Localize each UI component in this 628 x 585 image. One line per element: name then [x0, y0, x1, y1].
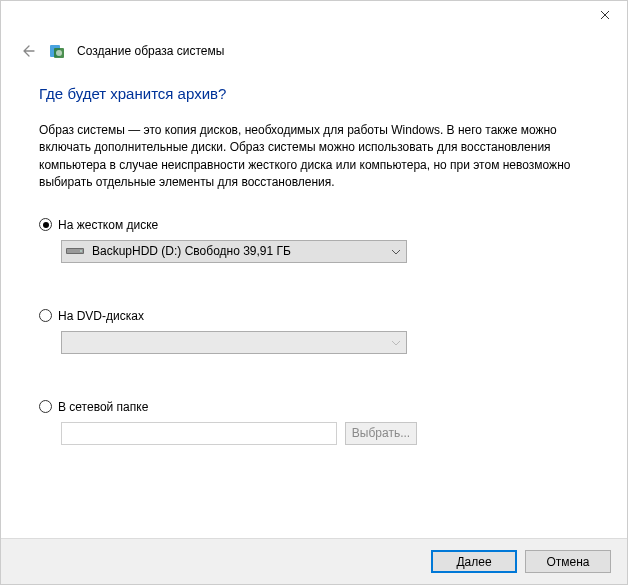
- back-button[interactable]: [17, 41, 37, 61]
- dvd-dropdown: [61, 331, 407, 354]
- radio-hdd[interactable]: [39, 218, 52, 231]
- window-title: Создание образа системы: [77, 44, 224, 58]
- page-description: Образ системы — это копия дисков, необхо…: [39, 122, 589, 192]
- hdd-dropdown-value: BackupHDD (D:) Свободно 39,91 ГБ: [92, 244, 291, 258]
- svg-point-5: [80, 250, 82, 252]
- radio-network[interactable]: [39, 400, 52, 413]
- back-arrow-icon: [18, 42, 36, 60]
- header: Создание образа системы: [1, 31, 627, 65]
- network-path-input[interactable]: [61, 422, 337, 445]
- browse-button: Выбрать...: [345, 422, 417, 445]
- option-hdd: На жестком диске BackupHDD (D:) Свободно…: [39, 218, 589, 263]
- option-dvd: На DVD-дисках: [39, 309, 589, 354]
- content-area: Где будет хранится архив? Образ системы …: [1, 65, 627, 445]
- cancel-button[interactable]: Отмена: [525, 550, 611, 573]
- footer: Далее Отмена: [1, 538, 627, 584]
- radio-dvd-label[interactable]: На DVD-дисках: [58, 309, 144, 323]
- close-icon: [600, 10, 610, 20]
- hdd-dropdown[interactable]: BackupHDD (D:) Свободно 39,91 ГБ: [61, 240, 407, 263]
- titlebar: [1, 1, 627, 31]
- svg-point-2: [56, 50, 62, 56]
- option-network: В сетевой папке Выбрать...: [39, 400, 589, 445]
- close-button[interactable]: [582, 1, 627, 29]
- page-heading: Где будет хранится архив?: [39, 85, 589, 102]
- chevron-down-icon: [392, 244, 400, 258]
- drive-icon: [66, 246, 86, 256]
- radio-dvd[interactable]: [39, 309, 52, 322]
- radio-network-label[interactable]: В сетевой папке: [58, 400, 148, 414]
- app-icon: [49, 43, 65, 59]
- radio-hdd-label[interactable]: На жестком диске: [58, 218, 158, 232]
- chevron-down-icon: [392, 335, 400, 349]
- next-button[interactable]: Далее: [431, 550, 517, 573]
